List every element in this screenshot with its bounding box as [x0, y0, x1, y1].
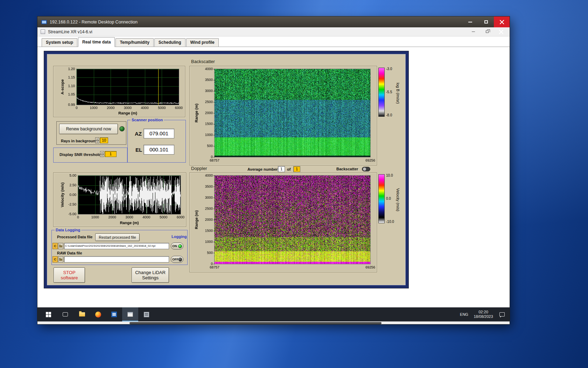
folder-browse-icon[interactable] — [58, 256, 63, 263]
task-view-icon — [63, 312, 68, 316]
colorbar-tick: -5.5 — [386, 90, 392, 94]
doppler-colorbar-label: Velocity (m/s) — [395, 177, 400, 223]
folder-browse-icon[interactable] — [58, 243, 63, 249]
velocity-graph — [54, 173, 186, 226]
vi-minimize-button[interactable] — [466, 27, 480, 36]
horizontal-scrollbar[interactable] — [37, 321, 510, 324]
scrollbar-thumb[interactable] — [130, 322, 382, 324]
colorbar-tick: -10.0 — [386, 220, 394, 224]
rdp-title: 192.168.0.122 - Remote Desktop Connectio… — [50, 20, 138, 25]
ascope-plot-canvas — [54, 66, 185, 117]
vi-title: StreamLine XR v14-6.vi — [48, 29, 92, 34]
restart-processed-file-button[interactable]: Restart processed file — [95, 233, 140, 241]
backscatter-toggle[interactable] — [362, 167, 370, 171]
colorbar-tick: 0.0 — [386, 197, 391, 201]
rays-field[interactable]: 10 — [100, 137, 108, 143]
scanner-position-legend: Scanner position — [131, 118, 164, 122]
minimize-icon — [472, 32, 475, 32]
logging-on-led-icon — [178, 244, 182, 248]
rays-in-background-label: Rays in background — [61, 139, 98, 143]
rdp-minimize-button[interactable] — [462, 16, 478, 27]
text-app-icon — [111, 312, 117, 317]
average-total-field[interactable]: 1 — [293, 166, 300, 172]
drive-icon[interactable]: C — [52, 243, 58, 249]
stop-software-button[interactable]: STOP software — [54, 267, 85, 283]
action-center-button[interactable] — [496, 307, 508, 321]
rdp-titlebar[interactable]: 192.168.0.122 - Remote Desktop Connectio… — [37, 16, 510, 27]
logging-off-led-icon — [178, 258, 182, 261]
vi-titlebar[interactable]: StreamLine XR v14-6.vi — [37, 27, 510, 36]
vi-app-icon — [41, 29, 45, 34]
tab-wind-profile[interactable]: Wind profile — [186, 38, 219, 47]
backscatter-colorbar-label: log B (/m/sr) — [395, 70, 400, 116]
tab-scheduling[interactable]: Scheduling — [154, 38, 186, 47]
doppler-colorbar — [378, 174, 385, 223]
start-button[interactable] — [40, 307, 56, 321]
snr-spinner[interactable] — [100, 151, 104, 157]
file-explorer-button[interactable] — [74, 307, 90, 321]
backscatter-colorbar — [378, 68, 385, 117]
rdp-computer-icon — [41, 20, 47, 24]
doppler-title: Doppler — [191, 166, 207, 171]
stop-line2: software — [61, 275, 78, 280]
rdp-window: 192.168.0.122 - Remote Desktop Connectio… — [37, 16, 510, 324]
clock-date: 18/08/2023 — [471, 314, 496, 319]
processed-logging-toggle[interactable]: ON — [171, 243, 183, 250]
labview-app-icon — [127, 312, 133, 317]
rdp-window-controls — [462, 16, 510, 27]
rays-spinner[interactable] — [95, 137, 99, 143]
on-label: ON — [172, 244, 177, 248]
folder-icon — [79, 312, 85, 316]
of-label: of — [287, 167, 290, 171]
background-group: Renew background now Rays in background … — [56, 121, 126, 145]
firefox-icon — [95, 312, 101, 318]
stop-line1: STOP — [63, 270, 75, 275]
az-field[interactable]: 079.001 — [144, 129, 174, 138]
backscatter-toggle-label: Backscatter — [336, 167, 358, 171]
taskbar-clock[interactable]: 02:20 18/08/2023 — [471, 310, 496, 319]
text-app-button[interactable] — [106, 307, 122, 321]
vi-window-controls — [466, 27, 508, 36]
vi-close-button[interactable] — [494, 27, 508, 36]
tab-temp-humidity[interactable]: Temp/humidity — [115, 38, 153, 47]
change-line2: Settings — [142, 275, 159, 280]
logging-label: Logging — [172, 234, 187, 239]
colorbar-tick: -3.0 — [386, 67, 392, 71]
change-line1: Change LiDAR — [135, 270, 166, 275]
data-logging-group: Data Logging Processed Data file Restart… — [51, 230, 188, 265]
renew-background-button[interactable]: Renew background now — [59, 124, 118, 134]
vi-restore-button[interactable] — [480, 27, 494, 36]
scan-app-button[interactable] — [138, 307, 154, 321]
renew-led-icon — [119, 126, 125, 131]
backscatter-graph — [190, 66, 377, 165]
close-icon — [499, 30, 503, 34]
snr-threshold-label: Display SNR threshold — [59, 152, 101, 157]
raw-logging-toggle[interactable]: OFF — [171, 256, 183, 263]
rdp-close-button[interactable] — [494, 16, 510, 27]
tab-system-setup[interactable]: System setup — [42, 38, 77, 47]
clock-time: 02:20 — [471, 310, 496, 314]
tab-bar: System setup Real time data Temp/humidit… — [37, 36, 510, 47]
tab-real-time-data[interactable]: Real time data — [78, 37, 115, 47]
rdp-maximize-button[interactable] — [478, 16, 494, 27]
task-view-button[interactable] — [57, 307, 73, 321]
change-lidar-settings-button[interactable]: Change LiDAR Settings — [132, 267, 169, 283]
close-icon — [500, 20, 504, 24]
colorbar-tick: -8.0 — [386, 113, 392, 117]
labview-app-button[interactable] — [122, 307, 138, 321]
restore-icon — [486, 30, 489, 33]
doppler-graph — [190, 173, 377, 272]
drive-icon[interactable]: C — [52, 256, 58, 263]
az-label: AZ — [135, 131, 142, 137]
off-label: OFF — [172, 258, 178, 261]
firefox-button[interactable] — [90, 307, 106, 321]
minimize-icon — [468, 22, 472, 22]
front-panel: Backscatter -3.0 -5.5 -8.0 log B (/m/sr)… — [44, 51, 409, 288]
average-number-field[interactable]: 1 — [278, 166, 285, 172]
snr-field[interactable]: 1 — [105, 151, 117, 157]
el-field[interactable]: 000.101 — [144, 145, 174, 155]
processed-path-field[interactable]: C:\Lidar\Data\Proc\2023\202308\20230818\… — [64, 243, 169, 249]
snr-group: Display SNR threshold 1 — [53, 148, 127, 163]
language-indicator[interactable]: ENG — [457, 307, 471, 321]
raw-path-field[interactable] — [64, 256, 169, 263]
